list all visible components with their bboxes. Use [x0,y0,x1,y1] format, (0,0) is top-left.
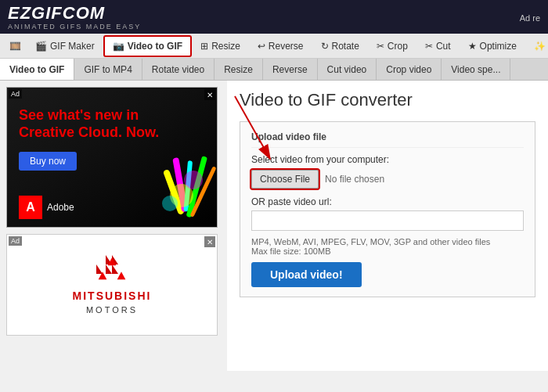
adobe-text: Adobe [47,202,74,213]
logo-area: EZGIFCOM ANIMATED GIFS MADE EASY [8,5,141,31]
nav2-video-speed[interactable]: Video spe... [442,59,510,80]
nav2-cut-video[interactable]: Cut video [318,59,377,80]
crop-icon: ✂ [377,41,384,52]
svg-point-7 [162,196,178,211]
ad1-decoration [123,149,217,227]
nav-item-rotate[interactable]: ↻ Rotate [313,37,367,56]
upload-section: Upload video file Select video from your… [240,121,535,297]
video-to-gif-icon: 📷 [113,41,124,52]
effects-icon: ✨ [534,41,546,52]
ad2-label: Ad [9,236,22,246]
mitsubishi-diamond-icon [96,255,128,286]
file-input-row: Choose File No file chosen [251,170,524,189]
nav-icon-film[interactable]: 🎞️ [5,38,26,55]
ad1-close-button[interactable]: ✕ [204,89,215,100]
url-input[interactable] [251,210,524,231]
nav-item-video-to-gif[interactable]: 📷 Video to GIF [104,36,191,56]
ad-box-2: MITSUBISHI MOTORS Ad ✕ [6,234,218,336]
nav-item-reverse[interactable]: ↩ Reverse [250,37,312,56]
ad2-close-button[interactable]: ✕ [204,236,215,247]
mitsubishi-sub-text: MOTORS [86,305,138,315]
nav2-gif-to-mp4[interactable]: GIF to MP4 [74,59,142,80]
ad-box-1: See what's new in Creative Cloud. Now. B… [6,87,218,228]
or-paste-label: OR paste video url: [251,196,524,207]
main-area: See what's new in Creative Cloud. Now. B… [0,81,548,371]
nav-item-gif-maker[interactable]: 🎬 GIF Maker [27,37,103,56]
adobe-logo: A Adobe [19,196,74,219]
rotate-icon: ↻ [321,41,329,52]
logo-subtitle: ANIMATED GIFS MADE EASY [8,23,141,31]
svg-marker-11 [106,264,112,274]
upload-video-button[interactable]: Upload video! [251,262,362,287]
ad1-label: Ad [9,89,22,99]
svg-marker-15 [117,272,126,279]
ad-placeholder-label: Ad re [520,13,540,23]
page-title: Video to GIF converter [240,90,535,110]
nav-item-effects[interactable]: ✨ Effects [526,37,548,56]
ad1-headline: See what's new in Creative Cloud. Now. [19,107,205,141]
mitsubishi-logo [96,255,128,286]
cut-icon: ✂ [425,41,433,52]
adobe-icon: A [19,196,42,219]
choose-file-button[interactable]: Choose File [251,170,319,189]
nav2-video-to-gif[interactable]: Video to GIF [0,59,74,80]
mitsubishi-brand-text: MITSUBISHI [73,290,152,302]
ad1-buy-now-button[interactable]: Buy now [19,152,77,171]
nav2-crop-video[interactable]: Crop video [377,59,442,80]
reverse-icon: ↩ [258,41,265,52]
nav-bar-2: Video to GIF GIF to MP4 Rotate video Res… [0,59,548,81]
nav-item-cut[interactable]: ✂ Cut [417,37,459,56]
svg-point-6 [184,171,203,189]
nav2-rotate-video[interactable]: Rotate video [142,59,215,80]
nav-item-crop[interactable]: ✂ Crop [369,37,416,56]
nav2-reverse[interactable]: Reverse [263,59,318,80]
nav-item-optimize[interactable]: ★ Optimize [460,37,525,56]
upload-section-label: Upload video file [251,131,524,148]
logo-title: EZGIFCOM [8,5,141,22]
select-label: Select video from your computer: [251,154,524,165]
nav2-resize[interactable]: Resize [215,59,263,80]
header: EZGIFCOM ANIMATED GIFS MADE EASY Ad re [0,0,548,34]
file-types-text: MP4, WebM, AVI, MPEG, FLV, MOV, 3GP and … [251,237,524,256]
left-panel: See what's new in Creative Cloud. Now. B… [0,81,227,371]
no-file-text: No file chosen [325,174,384,185]
resize-icon: ⊞ [200,41,208,52]
gif-maker-icon: 🎬 [35,41,47,52]
nav-item-resize[interactable]: ⊞ Resize [193,37,248,56]
right-panel: Video to GIF converter Upload video file… [227,81,548,371]
svg-marker-12 [96,264,103,274]
optimize-icon: ★ [468,41,477,52]
svg-marker-10 [112,264,118,274]
nav-bar-1: 🎞️ 🎬 GIF Maker 📷 Video to GIF ⊞ Resize ↩… [0,34,548,59]
